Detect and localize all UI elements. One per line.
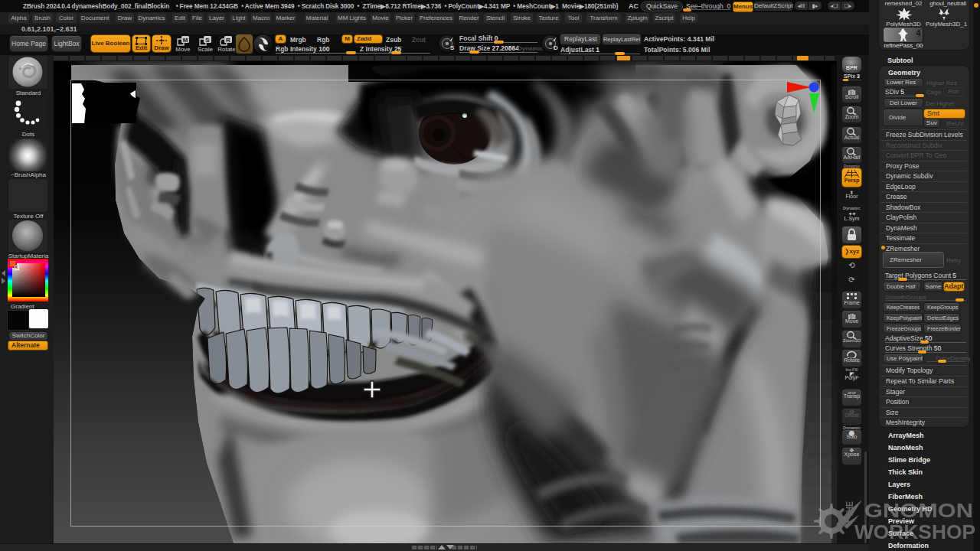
svg-text:D: D: [554, 44, 558, 51]
svg-text:S: S: [205, 37, 210, 44]
svg-text:R: R: [226, 37, 230, 44]
svg-text:THE: THE: [844, 501, 855, 517]
svg-text:WORKSHOP: WORKSHOP: [854, 521, 975, 543]
svg-text:M: M: [183, 37, 188, 44]
svg-text:S: S: [450, 44, 455, 51]
svg-text:GNOMON: GNOMON: [864, 500, 973, 521]
